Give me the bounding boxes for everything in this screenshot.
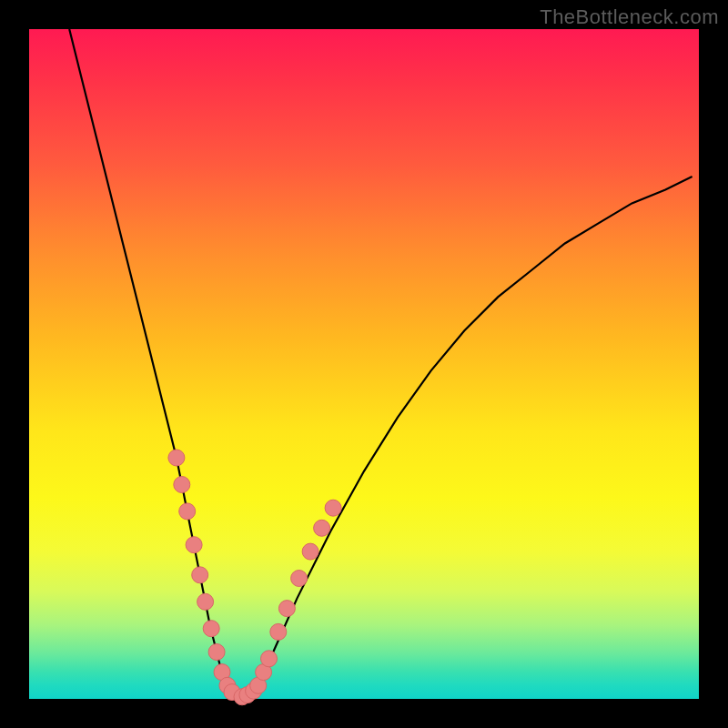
data-marker bbox=[325, 500, 341, 516]
data-marker bbox=[291, 571, 308, 587]
data-marker bbox=[261, 651, 278, 667]
data-marker bbox=[203, 621, 219, 637]
outer-frame: TheBottleneck.com bbox=[0, 0, 728, 728]
data-marker bbox=[168, 450, 185, 466]
chart-svg bbox=[29, 29, 699, 699]
markers-group bbox=[168, 450, 341, 705]
data-marker bbox=[278, 601, 295, 617]
data-marker bbox=[192, 567, 208, 583]
bottleneck-curve-path bbox=[69, 29, 692, 699]
watermark-text: TheBottleneck.com bbox=[540, 5, 719, 29]
data-marker bbox=[302, 543, 318, 560]
data-marker bbox=[174, 477, 190, 493]
data-marker bbox=[208, 644, 225, 661]
plot-area bbox=[29, 29, 699, 699]
data-marker bbox=[197, 593, 214, 610]
data-marker bbox=[314, 520, 330, 536]
data-marker bbox=[179, 503, 196, 520]
data-marker bbox=[186, 537, 202, 553]
data-marker bbox=[270, 623, 287, 640]
